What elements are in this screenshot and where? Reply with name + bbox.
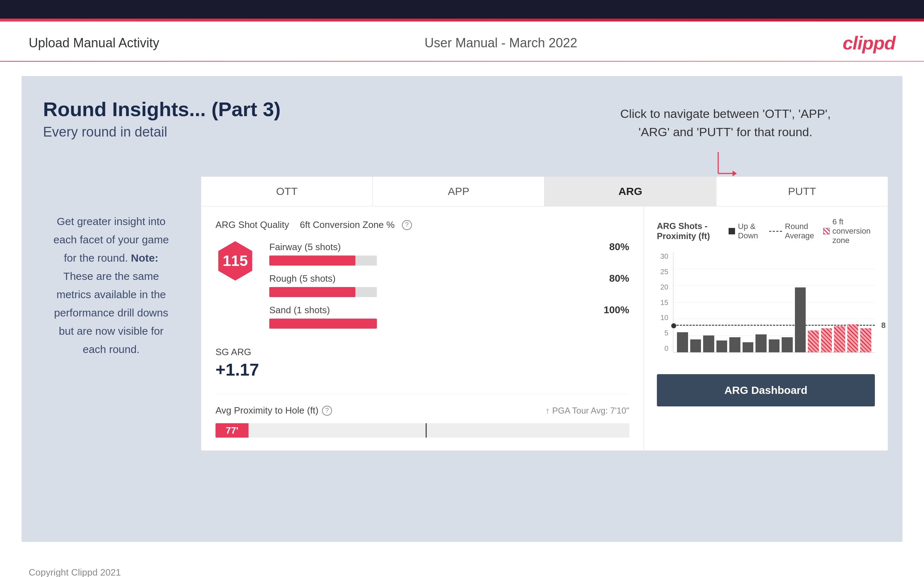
chart-bar-5 <box>729 337 740 352</box>
chart-area: 0 5 10 15 20 25 30 <box>657 252 875 367</box>
conversion-label: 6ft Conversion Zone % <box>300 219 394 230</box>
chart-legend: Up & Down Round Average 6 ft conversion … <box>729 217 875 245</box>
proximity-value: 77' <box>222 425 242 436</box>
main-content: Round Insights... (Part 3) Every round i… <box>21 76 903 542</box>
chart-plot: 8 <box>673 252 875 353</box>
chart-bar-14 <box>847 324 858 352</box>
bar-rows: Fairway (5 shots) 80% Rough (5 shots) <box>269 241 629 336</box>
y-label-0: 0 <box>657 345 671 353</box>
sand-bar-track <box>269 319 377 329</box>
bars-group <box>674 252 875 352</box>
legend-hatch-icon <box>823 228 830 234</box>
note-label: Note: <box>131 252 158 264</box>
y-label-15: 15 <box>657 298 671 307</box>
footer: Copyright Clippd 2021 <box>0 556 924 577</box>
chart-bar-1 <box>677 332 688 352</box>
sg-value: +1.17 <box>215 360 629 380</box>
hex-container: 115 Fairway (5 shots) 80% <box>215 241 629 336</box>
legend-up-down-label: Up & Down <box>738 222 761 240</box>
y-label-5: 5 <box>657 329 671 337</box>
proximity-section: Avg Proximity to Hole (ft) ? ↑ PGA Tour … <box>215 394 629 438</box>
proximity-label: Avg Proximity to Hole (ft) ? <box>215 405 332 416</box>
proximity-cursor <box>426 423 427 438</box>
rough-pct: 80% <box>609 273 629 284</box>
chart-header: ARG Shots - Proximity (ft) Up & Down Rou… <box>657 217 875 245</box>
bar-row-fairway: Fairway (5 shots) 80% <box>269 241 629 266</box>
logo: clippd <box>843 32 895 54</box>
chart-bar-13 <box>834 326 845 352</box>
manual-label: User Manual - March 2022 <box>425 35 577 50</box>
chart-title: ARG Shots - Proximity (ft) <box>657 221 729 241</box>
card-container: OTT APP ARG PUTT ARG Shot Quality 6ft Co… <box>201 176 888 451</box>
chart-bar-10 <box>795 287 806 352</box>
left-description: Get greater insight into each facet of y… <box>50 212 172 358</box>
header: Upload Manual Activity User Manual - Mar… <box>0 21 924 61</box>
left-panel: ARG Shot Quality 6ft Conversion Zone % ?… <box>201 206 644 450</box>
red-stripe <box>0 19 924 21</box>
y-label-10: 10 <box>657 314 671 322</box>
upload-label: Upload Manual Activity <box>29 35 159 50</box>
tabs: OTT APP ARG PUTT <box>201 177 888 206</box>
chart-y-axis: 0 5 10 15 20 25 30 <box>657 252 671 353</box>
copyright: Copyright Clippd 2021 <box>29 567 121 577</box>
pga-label: ↑ PGA Tour Avg: 7'10" <box>545 406 629 416</box>
rough-bar-fill <box>269 287 355 297</box>
proximity-bar-fill: 77' <box>215 423 249 438</box>
quality-label: ARG Shot Quality <box>215 219 289 230</box>
rough-bar-track <box>269 287 377 297</box>
top-bar <box>0 0 924 19</box>
y-label-25: 25 <box>657 268 671 276</box>
legend-6ft: 6 ft conversion zone <box>823 217 875 245</box>
bar-row-sand: Sand (1 shots) 100% <box>269 304 629 329</box>
sg-section: SG ARG +1.17 <box>215 347 629 380</box>
info-icon[interactable]: ? <box>402 220 412 230</box>
proximity-info-icon[interactable]: ? <box>322 406 332 416</box>
legend-up-down: Up & Down <box>729 222 761 240</box>
fairway-bar-track <box>269 256 377 266</box>
proximity-header: Avg Proximity to Hole (ft) ? ↑ PGA Tour … <box>215 405 629 416</box>
proximity-bar-track: 77' <box>215 423 629 438</box>
fairway-label: Fairway (5 shots) <box>269 242 341 253</box>
sg-label: SG ARG <box>215 347 629 358</box>
tab-putt[interactable]: PUTT <box>716 177 888 206</box>
chart-bar-11 <box>808 330 819 352</box>
legend-dashed-icon <box>769 231 782 232</box>
sand-bar-fill <box>269 319 377 329</box>
sand-label: Sand (1 shots) <box>269 305 330 316</box>
chart-bar-3 <box>703 335 714 352</box>
legend-square-icon <box>729 228 735 234</box>
legend-6ft-label: 6 ft conversion zone <box>833 217 875 245</box>
annotation-area: Click to navigate between 'OTT', 'APP','… <box>620 105 831 188</box>
header-divider <box>0 61 924 62</box>
hex-number: 115 <box>223 252 248 269</box>
rough-label: Rough (5 shots) <box>269 273 336 284</box>
tab-arg[interactable]: ARG <box>544 177 716 206</box>
chart-bar-6 <box>743 342 754 352</box>
tab-ott[interactable]: OTT <box>201 177 373 206</box>
chart-bar-8 <box>769 339 780 352</box>
legend-round-avg-label: Round Average <box>785 222 815 240</box>
fairway-pct: 80% <box>609 241 629 253</box>
y-label-30: 30 <box>657 252 671 261</box>
chart-bar-4 <box>716 340 727 352</box>
fairway-bar-fill <box>269 256 355 266</box>
card-inner: ARG Shot Quality 6ft Conversion Zone % ?… <box>201 206 888 450</box>
tab-app[interactable]: APP <box>373 177 544 206</box>
chart-bar-7 <box>756 334 767 352</box>
chart-bar-9 <box>782 337 793 352</box>
legend-round-avg: Round Average <box>769 222 815 240</box>
panel-header: ARG Shot Quality 6ft Conversion Zone % ? <box>215 219 629 230</box>
arg-dashboard-button[interactable]: ARG Dashboard <box>657 374 875 406</box>
bar-row-rough: Rough (5 shots) 80% <box>269 273 629 297</box>
hex-badge: 115 <box>215 241 255 280</box>
chart-bar-15 <box>860 328 871 352</box>
right-panel: ARG Shots - Proximity (ft) Up & Down Rou… <box>644 206 888 450</box>
annotation-text: Click to navigate between 'OTT', 'APP','… <box>620 105 831 141</box>
y-label-20: 20 <box>657 283 671 292</box>
sand-pct: 100% <box>603 304 629 316</box>
svg-marker-2 <box>733 171 737 176</box>
dotted-value: 8 <box>881 321 886 330</box>
chart-bar-2 <box>690 339 701 352</box>
chart-bar-12 <box>821 328 832 352</box>
